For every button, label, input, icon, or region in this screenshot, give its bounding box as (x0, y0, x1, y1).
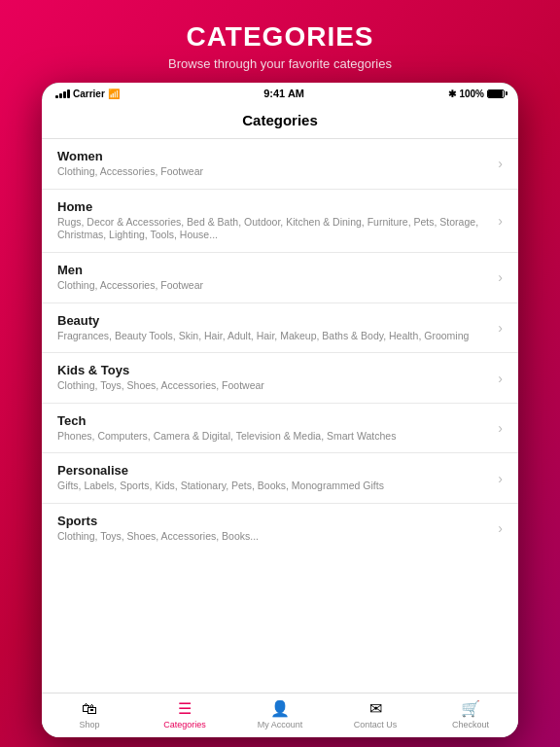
category-text: Home Rugs, Decor & Accessories, Bed & Ba… (57, 199, 498, 242)
tab-contact[interactable]: ✉ Contact Us (349, 699, 402, 729)
signal-bar-4 (67, 89, 70, 98)
account-icon: 👤 (270, 699, 290, 718)
category-name: Kids & Toys (57, 363, 488, 377)
status-bar: Carrier 📶 9:41 AM ✱ 100% (42, 83, 518, 102)
category-sub: Clothing, Toys, Shoes, Accessories, Book… (57, 530, 488, 544)
category-name: Home (57, 199, 488, 214)
tab-categories[interactable]: ☰ Categories (158, 699, 212, 729)
wifi-icon: 📶 (108, 89, 120, 99)
categories-icon: ☰ (178, 699, 192, 718)
category-text: Tech Phones, Computers, Camera & Digital… (57, 413, 498, 444)
category-item[interactable]: Men Clothing, Accessories, Footwear › (42, 253, 518, 303)
category-text: Sports Clothing, Toys, Shoes, Accessorie… (57, 514, 498, 544)
category-name: Women (57, 149, 488, 163)
status-right: ✱ 100% (448, 89, 505, 99)
category-item[interactable]: Beauty Fragrances, Beauty Tools, Skin, H… (42, 303, 518, 354)
category-sub: Rugs, Decor & Accessories, Bed & Bath, O… (57, 216, 488, 242)
category-name: Tech (57, 413, 488, 428)
category-text: Women Clothing, Accessories, Footwear (57, 149, 498, 179)
chevron-icon: › (498, 213, 503, 229)
tab-shop[interactable]: 🛍 Shop (63, 700, 117, 729)
checkout-icon: 🛒 (461, 699, 480, 718)
category-name: Sports (57, 514, 488, 528)
signal-bar-2 (59, 93, 62, 98)
carrier-label: Carrier (73, 89, 105, 99)
category-sub: Phones, Computers, Camera & Digital, Tel… (57, 430, 488, 444)
category-item[interactable]: Women Clothing, Accessories, Footwear › (42, 139, 518, 190)
contact-label: Contact Us (354, 720, 398, 729)
signal-bar-3 (63, 91, 66, 98)
status-time: 9:41 AM (263, 88, 304, 99)
category-text: Beauty Fragrances, Beauty Tools, Skin, H… (57, 313, 498, 343)
chevron-icon: › (498, 156, 503, 171)
account-label: My Account (258, 720, 303, 729)
nav-title: Categories (242, 112, 318, 128)
category-sub: Clothing, Accessories, Footwear (57, 279, 488, 293)
chevron-icon: › (498, 420, 503, 436)
category-name: Beauty (57, 313, 488, 328)
page-subtitle: Browse through your favorite categories (19, 56, 541, 71)
category-item[interactable]: Kids & Toys Clothing, Toys, Shoes, Acces… (42, 353, 518, 404)
category-name: Men (57, 263, 488, 277)
shop-label: Shop (79, 720, 99, 729)
category-sub: Clothing, Accessories, Footwear (57, 165, 488, 179)
chevron-icon: › (498, 371, 503, 386)
category-name: Personalise (57, 463, 488, 478)
category-item[interactable]: Sports Clothing, Toys, Shoes, Accessorie… (42, 504, 518, 553)
tab-bar: 🛍 Shop ☰ Categories 👤 My Account ✉ Conta… (42, 693, 518, 737)
category-item[interactable]: Personalise Gifts, Labels, Sports, Kids,… (42, 453, 518, 504)
chevron-icon: › (498, 520, 503, 536)
contact-icon: ✉ (369, 699, 382, 718)
signal-bars (55, 89, 70, 98)
category-item[interactable]: Home Rugs, Decor & Accessories, Bed & Ba… (42, 190, 518, 253)
nav-header: Categories (42, 102, 518, 139)
categories-list: Women Clothing, Accessories, Footwear › … (42, 139, 518, 693)
tab-account[interactable]: 👤 My Account (254, 699, 307, 729)
battery-icon (487, 89, 505, 98)
category-text: Men Clothing, Accessories, Footwear (57, 263, 498, 293)
tab-checkout[interactable]: 🛒 Checkout (444, 699, 498, 729)
page-title: CATEGORIES (19, 21, 541, 53)
category-text: Personalise Gifts, Labels, Sports, Kids,… (57, 463, 498, 493)
categories-label: Categories (163, 720, 206, 729)
category-sub: Gifts, Labels, Sports, Kids, Stationary,… (57, 480, 488, 493)
checkout-label: Checkout (452, 720, 489, 729)
battery-label: 100% (459, 89, 484, 99)
shop-icon: 🛍 (82, 700, 97, 718)
page-header: CATEGORIES Browse through your favorite … (0, 0, 560, 83)
app-content: Categories Women Clothing, Accessories, … (42, 102, 518, 737)
status-left: Carrier 📶 (55, 89, 120, 99)
device-frame: Carrier 📶 9:41 AM ✱ 100% Categories Wome… (42, 83, 518, 737)
chevron-icon: › (498, 320, 503, 336)
category-item[interactable]: Tech Phones, Computers, Camera & Digital… (42, 404, 518, 454)
category-text: Kids & Toys Clothing, Toys, Shoes, Acces… (57, 363, 498, 393)
bluetooth-icon: ✱ (448, 89, 456, 99)
chevron-icon: › (498, 471, 503, 486)
category-sub: Fragrances, Beauty Tools, Skin, Hair, Ad… (57, 330, 488, 343)
chevron-icon: › (498, 269, 503, 285)
category-sub: Clothing, Toys, Shoes, Accessories, Foot… (57, 379, 488, 393)
battery-fill (488, 90, 503, 97)
signal-bar-1 (55, 95, 58, 98)
